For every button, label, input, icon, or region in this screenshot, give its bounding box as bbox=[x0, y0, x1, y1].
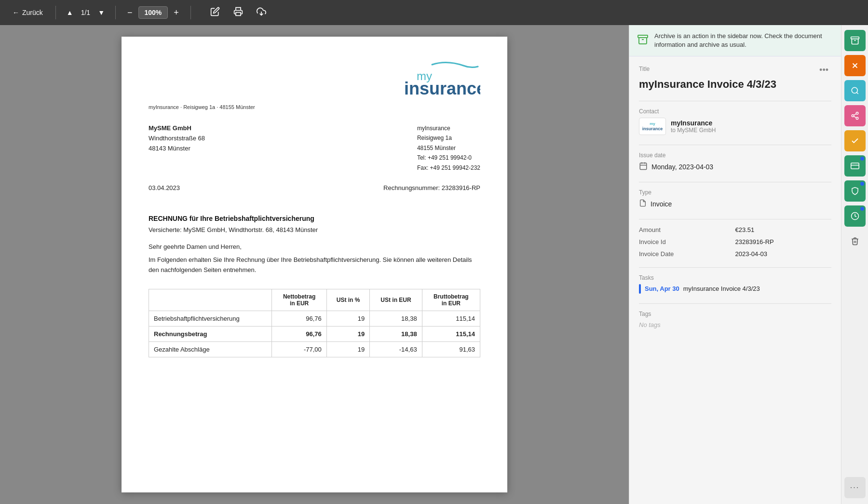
doc-greeting: Sehr geehrte Damen und Herren, bbox=[149, 243, 480, 250]
table-header-ust-eur: USt in EUR bbox=[370, 289, 422, 311]
task-item: Sun, Apr 30 myInsurance Invoice 4/3/23 bbox=[639, 284, 831, 294]
table-row: Betriebshaftpflichtversicherung 96,76 19… bbox=[149, 311, 480, 326]
toolbar-divider-2 bbox=[115, 6, 116, 19]
doc-invoice-number: Rechnungsnummer: 23283916-RP bbox=[383, 184, 480, 191]
amount-label: Amount bbox=[639, 226, 735, 233]
archive-icon bbox=[637, 34, 649, 48]
back-label: Zurück bbox=[22, 9, 43, 16]
row1-label: Betriebshaftpflichtversicherung bbox=[149, 311, 272, 326]
doc-body: Im Folgenden erhalten Sie Ihre Rechnung … bbox=[149, 255, 480, 275]
trash-button[interactable] bbox=[844, 231, 866, 252]
print-button[interactable] bbox=[230, 4, 247, 22]
row3-ust-pct: 19 bbox=[326, 341, 370, 357]
divider-4 bbox=[639, 219, 831, 219]
sender-street: Reisigweg 1a bbox=[417, 133, 480, 143]
type-row: Invoice bbox=[639, 199, 831, 209]
page-nav: ▲ 1/1 ▼ bbox=[64, 7, 108, 18]
contact-info: myInsurance to MySME GmbH bbox=[671, 119, 716, 134]
amounts-section: Amount €23.51 Invoice Id 23283916-RP Inv… bbox=[639, 226, 831, 258]
row2-netto: 96,76 bbox=[272, 326, 326, 341]
right-panel: Archive is an action in the sidebar now.… bbox=[629, 25, 841, 504]
task-date: Sun, Apr 30 bbox=[645, 285, 679, 292]
row1-netto: 96,76 bbox=[272, 311, 326, 326]
svg-point-15 bbox=[852, 115, 854, 117]
zoom-in-button[interactable]: + bbox=[170, 6, 183, 20]
wallet-button[interactable] bbox=[844, 155, 866, 177]
document-viewer[interactable]: my insurance myInsurance · Reisigweg 1a … bbox=[0, 25, 629, 504]
type-section: Type Invoice bbox=[639, 189, 831, 209]
divider-1 bbox=[639, 101, 831, 101]
divider-6 bbox=[639, 303, 831, 304]
zoom-out-button[interactable]: − bbox=[123, 6, 136, 20]
prev-page-button[interactable]: ▲ bbox=[64, 7, 76, 18]
issue-date-section: Issue date Monday, 2023-04-03 bbox=[639, 152, 831, 172]
svg-rect-5 bbox=[640, 163, 647, 170]
edit-button[interactable] bbox=[206, 4, 224, 22]
doc-recipient: MySME GmbH Windthorststraße 68 48143 Mün… bbox=[149, 123, 205, 161]
doc-date: 03.04.2023 bbox=[149, 184, 180, 195]
svg-text:insurance: insurance bbox=[404, 79, 480, 98]
svg-point-16 bbox=[856, 117, 858, 120]
next-page-button[interactable]: ▼ bbox=[95, 7, 108, 18]
check-button[interactable] bbox=[844, 130, 866, 151]
back-button[interactable]: ← Zurück bbox=[8, 6, 48, 19]
amounts-grid: Amount €23.51 Invoice Id 23283916-RP Inv… bbox=[639, 226, 831, 258]
no-tags-text: No tags bbox=[639, 321, 661, 328]
tags-label: Tags bbox=[639, 311, 831, 317]
svg-rect-0 bbox=[236, 12, 241, 15]
shield-button[interactable] bbox=[844, 180, 866, 202]
share-button[interactable] bbox=[844, 105, 866, 126]
svg-rect-4 bbox=[638, 35, 648, 38]
row3-brutto: 91,63 bbox=[422, 341, 480, 357]
recipient-street: Windthorststraße 68 bbox=[149, 134, 205, 144]
company-logo: my insurance bbox=[384, 60, 480, 100]
doc-subject: RECHNUNG für Ihre Betriebshaftplichtvers… bbox=[149, 215, 480, 222]
table-row: Gezahlte Abschläge -77,00 19 -14,63 91,6… bbox=[149, 341, 480, 357]
row2-ust-eur: 18,38 bbox=[370, 326, 422, 341]
svg-line-13 bbox=[856, 92, 858, 94]
sender-company: myInsurance bbox=[417, 123, 480, 133]
sidebar-icon-strip: ··· bbox=[841, 25, 868, 504]
toolbar-actions bbox=[206, 4, 270, 22]
download-button[interactable] bbox=[253, 4, 270, 22]
doc-insured: Versicherte: MySME GmbH, Windthortstr. 6… bbox=[149, 226, 480, 233]
svg-rect-19 bbox=[851, 163, 859, 169]
recognize-button[interactable] bbox=[844, 80, 866, 101]
invoice-date-label: Invoice Date bbox=[639, 250, 735, 258]
contact-card: my insurance myInsurance to MySME GmbH bbox=[639, 118, 831, 135]
invoice-id-label: Invoice Id bbox=[639, 238, 735, 245]
table-header-brutto: Bruttobetragin EUR bbox=[422, 289, 480, 311]
x-close-button[interactable] bbox=[844, 55, 866, 76]
toolbar: ← Zurück ▲ 1/1 ▼ − 100% + bbox=[0, 0, 868, 25]
svg-point-14 bbox=[856, 112, 858, 115]
amount-value: €23.51 bbox=[735, 226, 832, 233]
row3-label: Gezahlte Abschläge bbox=[149, 341, 272, 357]
divider-2 bbox=[639, 145, 831, 145]
table-header-desc bbox=[149, 289, 272, 311]
tasks-section: Tasks Sun, Apr 30 myInsurance Invoice 4/… bbox=[639, 274, 831, 294]
recipient-city: 48143 Münster bbox=[149, 144, 205, 154]
clock-button[interactable] bbox=[844, 205, 866, 227]
svg-line-17 bbox=[854, 116, 856, 118]
table-row: Rechnungsbetrag 96,76 19 18,38 115,14 bbox=[149, 326, 480, 341]
row1-ust-eur: 18,38 bbox=[370, 311, 422, 326]
archive-sidebar-button[interactable] bbox=[844, 30, 866, 51]
more-options-button[interactable]: ••• bbox=[816, 64, 831, 76]
zoom-controls: − 100% + bbox=[123, 6, 183, 20]
more-button[interactable]: ··· bbox=[844, 477, 866, 498]
archive-banner: Archive is an action in the sidebar now.… bbox=[629, 25, 841, 56]
row2-ust-pct: 19 bbox=[326, 326, 370, 341]
row2-label: Rechnungsbetrag bbox=[149, 326, 272, 341]
invoice-date-value: 2023-04-03 bbox=[735, 250, 832, 258]
title-section: Title ••• myInsurance Invoice 4/3/23 bbox=[639, 64, 831, 91]
document-type-icon bbox=[639, 199, 647, 209]
title-row: Title ••• bbox=[639, 64, 831, 76]
row2-brutto: 115,14 bbox=[422, 326, 480, 341]
tags-section: Tags No tags bbox=[639, 311, 831, 329]
contact-logo: my insurance bbox=[639, 118, 666, 135]
svg-rect-9 bbox=[851, 37, 859, 39]
document-title: myInsurance Invoice 4/3/23 bbox=[639, 78, 831, 91]
table-header-netto: Nettobetragin EUR bbox=[272, 289, 326, 311]
type-value: Invoice bbox=[651, 200, 672, 208]
task-bar bbox=[639, 284, 641, 294]
